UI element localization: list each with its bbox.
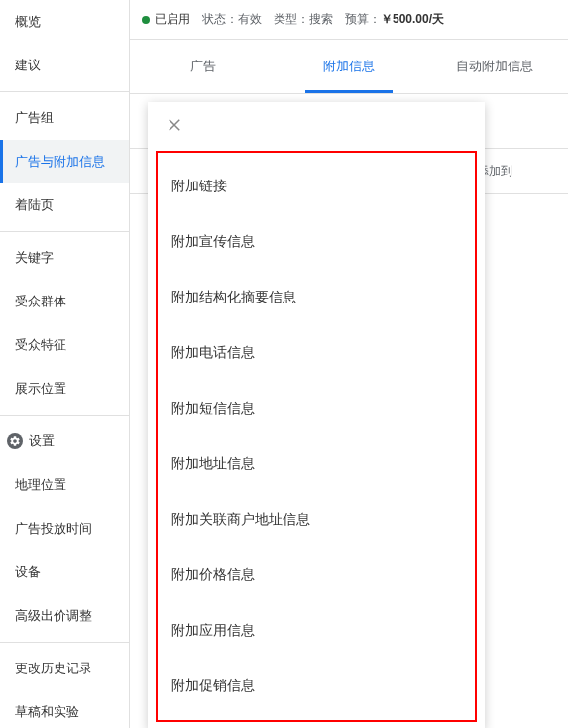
divider: [0, 415, 129, 416]
popup-item-call[interactable]: 附加电话信息: [158, 325, 475, 381]
sidebar-item-landing[interactable]: 着陆页: [0, 183, 129, 227]
popup-item-label: 附加链接: [171, 178, 227, 193]
extension-type-popup: 附加链接 附加宣传信息 附加结构化摘要信息 附加电话信息 附加短信信息 附加地址…: [148, 102, 485, 728]
sidebar-item-label: 高级出价调整: [15, 608, 92, 623]
sidebar-item-placements[interactable]: 展示位置: [0, 367, 129, 411]
sidebar-item-label: 草稿和实验: [15, 704, 79, 719]
popup-item-label: 附加价格信息: [171, 566, 255, 582]
status-budget-label: 预算：: [345, 12, 381, 26]
sidebar-item-demographics[interactable]: 受众特征: [0, 323, 129, 367]
popup-item-price[interactable]: 附加价格信息: [158, 547, 475, 603]
popup-item-structured-snippet[interactable]: 附加结构化摘要信息: [158, 270, 475, 325]
divider: [0, 231, 129, 232]
sidebar-item-label: 广告投放时间: [15, 521, 92, 536]
popup-item-affiliate-location[interactable]: 附加关联商户地址信息: [158, 492, 475, 547]
sidebar: 概览 建议 广告组 广告与附加信息 着陆页 关键字 受众群体 受众特征 展示位置…: [0, 0, 130, 728]
sidebar-item-settings[interactable]: 设置: [0, 420, 129, 463]
sidebar-item-label: 关键字: [15, 250, 54, 265]
status-state-label: 状态：: [202, 12, 238, 26]
sidebar-item-label: 更改历史记录: [15, 661, 92, 675]
sidebar-item-bid-adj[interactable]: 高级出价调整: [0, 594, 129, 638]
tab-extensions[interactable]: 附加信息: [276, 40, 421, 93]
sidebar-item-overview[interactable]: 概览: [0, 0, 129, 44]
close-icon: [166, 116, 183, 134]
status-type: 类型：搜索: [274, 11, 333, 28]
extension-type-list: 附加链接 附加宣传信息 附加结构化摘要信息 附加电话信息 附加短信信息 附加地址…: [156, 151, 477, 722]
status-type-label: 类型：: [274, 12, 309, 26]
status-enabled-label: 已启用: [155, 11, 190, 28]
tab-label: 自动附加信息: [456, 59, 533, 73]
sidebar-item-adgroups[interactable]: 广告组: [0, 96, 129, 140]
popup-item-promotion[interactable]: 附加促销信息: [158, 659, 475, 714]
sidebar-item-label: 设备: [15, 564, 41, 579]
sidebar-item-keywords[interactable]: 关键字: [0, 236, 129, 280]
sidebar-item-label: 建议: [15, 58, 41, 72]
sidebar-item-devices[interactable]: 设备: [0, 550, 129, 594]
status-state: 状态：有效: [202, 11, 262, 28]
sidebar-item-drafts[interactable]: 草稿和实验: [0, 690, 129, 728]
popup-item-label: 附加电话信息: [171, 344, 255, 360]
tabs: 广告 附加信息 自动附加信息: [130, 40, 568, 94]
sidebar-item-history[interactable]: 更改历史记录: [0, 647, 129, 690]
status-dot-icon: [142, 16, 150, 24]
popup-item-app[interactable]: 附加应用信息: [158, 603, 475, 659]
sidebar-item-label: 广告组: [15, 110, 54, 125]
popup-item-label: 附加应用信息: [171, 622, 255, 638]
popup-item-label: 附加短信信息: [171, 400, 255, 416]
tab-label: 广告: [190, 59, 216, 73]
popup-item-location[interactable]: 附加地址信息: [158, 436, 475, 492]
tab-ads[interactable]: 广告: [130, 40, 276, 93]
popup-item-message[interactable]: 附加短信信息: [158, 381, 475, 436]
status-state-value: 有效: [238, 12, 262, 26]
sidebar-item-label: 地理位置: [15, 477, 66, 492]
sidebar-item-schedule[interactable]: 广告投放时间: [0, 507, 129, 550]
sidebar-item-geo[interactable]: 地理位置: [0, 463, 129, 507]
popup-item-label: 附加结构化摘要信息: [171, 289, 296, 304]
sidebar-item-label: 广告与附加信息: [15, 154, 105, 169]
sidebar-item-audiences[interactable]: 受众群体: [0, 280, 129, 323]
popup-item-label: 附加关联商户地址信息: [171, 511, 310, 527]
gear-icon: [7, 433, 23, 449]
status-enabled: 已启用: [142, 11, 190, 28]
sidebar-item-suggestions[interactable]: 建议: [0, 44, 129, 87]
sidebar-item-label: 受众特征: [15, 337, 66, 352]
tab-auto-extensions[interactable]: 自动附加信息: [422, 40, 568, 93]
status-type-value: 搜索: [309, 12, 333, 26]
status-bar: 已启用 状态：有效 类型：搜索 预算：￥500.00/天: [130, 0, 568, 40]
sidebar-item-label: 概览: [15, 14, 41, 29]
sidebar-item-label: 展示位置: [15, 381, 66, 396]
status-budget: 预算：￥500.00/天: [345, 11, 444, 28]
close-button[interactable]: [148, 102, 485, 151]
popup-item-callout[interactable]: 附加宣传信息: [158, 214, 475, 270]
popup-item-label: 附加促销信息: [171, 677, 255, 693]
sidebar-item-label: 受众群体: [15, 294, 66, 308]
status-budget-value: ￥500.00/天: [381, 12, 444, 26]
sidebar-item-label: 着陆页: [15, 197, 54, 212]
popup-item-label: 附加宣传信息: [171, 233, 255, 249]
sidebar-item-ads-extensions[interactable]: 广告与附加信息: [0, 140, 129, 183]
tab-label: 附加信息: [323, 59, 375, 73]
sidebar-item-label: 设置: [29, 432, 55, 450]
popup-item-label: 附加地址信息: [171, 455, 255, 471]
divider: [0, 642, 129, 643]
popup-item-sitelink[interactable]: 附加链接: [158, 159, 475, 214]
main: 已启用 状态：有效 类型：搜索 预算：￥500.00/天 广告 附加信息 自动附…: [130, 0, 568, 728]
divider: [0, 91, 129, 92]
